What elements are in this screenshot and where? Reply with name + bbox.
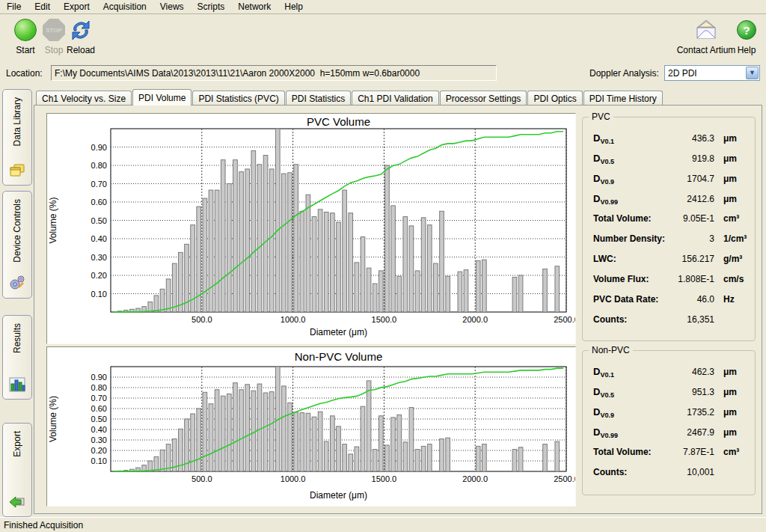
- svg-text:0.10: 0.10: [91, 290, 107, 299]
- svg-text:0.70: 0.70: [91, 180, 107, 189]
- svg-text:0.90: 0.90: [91, 143, 107, 152]
- stat-label: PVC Data Rate:: [593, 294, 667, 305]
- svg-text:1000.0: 1000.0: [281, 474, 306, 483]
- stat-value: 10,001: [667, 467, 714, 477]
- reload-button-label: Reload: [67, 45, 95, 55]
- tab-pdi-optics[interactable]: PDI Optics: [527, 91, 582, 106]
- tab-pdi-time-history[interactable]: PDI Time History: [583, 91, 663, 106]
- menu-network[interactable]: Network: [231, 0, 278, 13]
- gears-icon: [8, 272, 26, 292]
- stat-value: 2412.6: [667, 194, 714, 204]
- svg-text:0.40: 0.40: [91, 425, 107, 434]
- reload-button[interactable]: Reload: [60, 17, 102, 61]
- location-input[interactable]: [51, 65, 497, 81]
- location-row: Location: Doppler Analysis: 2D PDI ▼: [0, 62, 766, 85]
- stat-label: DV0.9: [593, 406, 667, 418]
- toolbar: Start STOP Stop Reload: [0, 14, 766, 62]
- stat-unit: μm: [714, 407, 749, 418]
- sidebar-item-label: Device Controls: [12, 199, 22, 263]
- stat-unit: cm³: [714, 447, 749, 457]
- tab-ch1-pdi-validation[interactable]: Ch1 PDI Validation: [352, 91, 439, 106]
- pvc-stats-title: PVC: [589, 111, 613, 122]
- folders-icon: [8, 159, 26, 179]
- stat-value: 3: [667, 233, 714, 244]
- menu-scripts[interactable]: Scripts: [191, 0, 232, 13]
- stat-row-dv0-5: DV0.5919.8μm: [583, 148, 755, 168]
- menu-edit[interactable]: Edit: [28, 0, 57, 13]
- sidebar-item-device-controls[interactable]: Device Controls: [2, 191, 32, 299]
- svg-text:0.70: 0.70: [91, 394, 107, 403]
- stat-value: 1704.7: [667, 174, 714, 184]
- stat-value: 951.3: [667, 387, 714, 397]
- reload-icon: [68, 17, 94, 43]
- svg-text:0.50: 0.50: [91, 415, 107, 424]
- stat-unit: μm: [714, 174, 749, 184]
- stat-value: 2467.9: [667, 427, 714, 438]
- stat-row-lwc: LWC:156.217g/m³: [583, 249, 755, 269]
- doppler-analysis-value: 2D PDI: [665, 68, 746, 79]
- tab-processor-settings[interactable]: Processor Settings: [440, 91, 527, 106]
- stat-unit: Hz: [714, 294, 749, 305]
- non-pvc-stats-panel: Non-PVC DV0.1462.3μmDV0.5951.3μmDV0.9173…: [582, 350, 756, 495]
- stat-unit: μm: [714, 367, 749, 377]
- stat-value: 9.05E-1: [667, 213, 714, 224]
- svg-text:0.80: 0.80: [91, 383, 107, 392]
- stat-row-dv0-1: DV0.1436.3μm: [583, 128, 755, 148]
- chevron-down-icon[interactable]: ▼: [746, 67, 759, 79]
- svg-text:500.0: 500.0: [192, 315, 212, 324]
- stat-label: DV0.5: [593, 153, 667, 164]
- tab-pdi-statistics-pvc[interactable]: PDI Statistics (PVC): [192, 91, 284, 106]
- svg-text:0.30: 0.30: [91, 253, 107, 262]
- menu-export[interactable]: Export: [57, 0, 96, 13]
- menu-bar: FileEditExportAcquisitionViewsScriptsNet…: [0, 0, 766, 14]
- non-pvc-stats-title: Non-PVC: [589, 345, 633, 355]
- menu-help[interactable]: Help: [278, 0, 310, 13]
- stat-value: 16,351: [667, 314, 714, 325]
- stat-label: DV0.1: [593, 366, 667, 377]
- stat-value: 919.8: [667, 153, 714, 164]
- menu-views[interactable]: Views: [153, 0, 191, 13]
- tab-ch1-velocity-vs-size[interactable]: Ch1 Velocity vs. Size: [36, 91, 132, 106]
- svg-text:2500.0: 2500.0: [554, 474, 575, 483]
- help-button-label: Help: [738, 45, 756, 55]
- stat-row-volume-flux: Volume Flux:1.808E-1cm/s: [583, 269, 755, 290]
- sidebar-item-data-library[interactable]: Data Library: [2, 89, 32, 186]
- svg-text:Non-PVC Volume: Non-PVC Volume: [295, 350, 383, 363]
- pvc-volume-chart: PVC VolumeVolume (%)0.100.200.300.400.50…: [46, 113, 576, 344]
- stat-label: DV0.9: [593, 173, 667, 184]
- stat-unit: μm: [714, 194, 749, 204]
- stat-label: Total Volume:: [593, 213, 667, 224]
- sidebar-item-export[interactable]: Export: [2, 423, 32, 517]
- svg-text:500.0: 500.0: [192, 474, 212, 483]
- stat-unit: μm: [714, 387, 749, 397]
- doppler-analysis-select[interactable]: 2D PDI ▼: [664, 65, 760, 81]
- sidebar-item-label: Export: [12, 431, 22, 457]
- stat-label: DV0.1: [593, 132, 667, 144]
- help-button[interactable]: ? Help: [732, 17, 762, 61]
- svg-text:2500.0: 2500.0: [554, 315, 575, 324]
- tab-strip: Ch1 Velocity vs. SizePDI VolumePDI Stati…: [36, 89, 664, 106]
- stat-unit: 1/cm³: [714, 233, 749, 244]
- menu-acquisition[interactable]: Acquisition: [96, 0, 153, 13]
- contact-artium-button[interactable]: Contact Artium: [678, 17, 735, 61]
- stat-label: Total Volume:: [593, 447, 667, 457]
- stat-row-dv0-5: DV0.5951.3μm: [583, 382, 755, 402]
- stat-unit: g/m³: [714, 254, 749, 264]
- stat-row-number-density: Number Density:31/cm³: [583, 229, 755, 249]
- sidebar-item-results[interactable]: Results: [2, 315, 32, 400]
- menu-file[interactable]: File: [0, 0, 28, 13]
- stat-row-total-volume: Total Volume:9.05E-1cm³: [583, 209, 755, 229]
- stat-unit: μm: [714, 153, 749, 164]
- stat-value: 462.3: [667, 367, 714, 377]
- svg-text:1500.0: 1500.0: [372, 474, 397, 483]
- non-pvc-stats-rows: DV0.1462.3μmDV0.5951.3μmDV0.91735.2μmDV0…: [583, 361, 755, 483]
- tab-pdi-statistics[interactable]: PDI Statistics: [286, 91, 351, 106]
- svg-text:0.60: 0.60: [91, 198, 107, 207]
- svg-text:Diameter (μm): Diameter (μm): [310, 490, 367, 501]
- svg-text:0.50: 0.50: [91, 216, 107, 225]
- start-button-label: Start: [16, 45, 34, 55]
- status-text: Finished Acquisition: [4, 520, 83, 531]
- tab-pdi-volume[interactable]: PDI Volume: [132, 89, 192, 106]
- stat-row-dv0-9: DV0.91735.2μm: [583, 402, 755, 422]
- stat-label: LWC:: [593, 254, 667, 264]
